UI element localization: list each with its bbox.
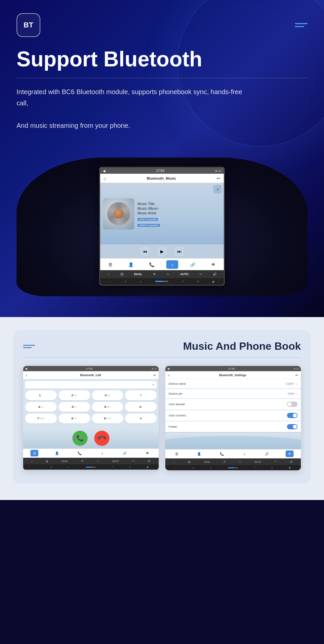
- tab-link[interactable]: 🔗: [187, 260, 199, 269]
- dial-key-9[interactable]: 9WXYZ: [92, 413, 124, 423]
- vol-speaker[interactable]: 🔉: [212, 280, 215, 283]
- settings-home-icon[interactable]: ⌂: [168, 374, 170, 377]
- st-tab-menu[interactable]: ☰: [173, 450, 181, 457]
- st-tab-eye[interactable]: 👁: [286, 450, 294, 457]
- auto-answer-label: Auto answer: [169, 403, 185, 406]
- cv-back[interactable]: ←: [32, 466, 35, 468]
- sc-power[interactable]: ⏻: [188, 461, 190, 463]
- card-menu-icon[interactable]: [23, 345, 35, 348]
- cv-sr[interactable]: ↗: [111, 466, 113, 468]
- sv-spk[interactable]: 🔉: [289, 466, 292, 469]
- next-button[interactable]: ⏭: [175, 247, 184, 256]
- answer-button[interactable]: 📞: [72, 431, 88, 446]
- climate-fan[interactable]: ∿: [167, 272, 169, 276]
- tab-bar: ☰ 👤 📞 ♪ 🔗 👁: [100, 258, 224, 270]
- sc-auto[interactable]: AUTO: [255, 461, 261, 463]
- play-button[interactable]: ▶: [157, 247, 167, 256]
- power-toggle[interactable]: [287, 424, 298, 429]
- auto-connect-toggle[interactable]: [287, 413, 298, 418]
- dial-key-3[interactable]: 3DEF: [92, 390, 124, 400]
- call-tab-eye[interactable]: 👁: [143, 450, 151, 456]
- cc-dual[interactable]: DUAL: [62, 460, 68, 462]
- climate-home[interactable]: ⌂: [107, 272, 109, 276]
- tab-eye[interactable]: 👁: [208, 260, 220, 269]
- dial-clear-icon[interactable]: ✕: [152, 383, 155, 386]
- settings-back[interactable]: ◀: [167, 367, 169, 370]
- prev-button[interactable]: ⏮: [140, 247, 149, 256]
- cc-home[interactable]: ⌂: [31, 460, 32, 462]
- climate-volume[interactable]: 🔊: [213, 272, 217, 276]
- st-tab-phone[interactable]: 📞: [218, 450, 226, 457]
- settings-back-icon[interactable]: ↩: [296, 374, 298, 377]
- dial-key-hash[interactable]: #: [125, 413, 157, 423]
- tab-phone[interactable]: 📞: [146, 260, 158, 269]
- cc-recirc[interactable]: ↪: [132, 460, 134, 462]
- settings-status-bar: ◀ 17:53 ∧ ▭: [165, 366, 301, 371]
- climate-auto[interactable]: AUTO: [180, 272, 188, 276]
- st-tab-link[interactable]: 🔗: [263, 450, 271, 457]
- call-tab-contacts[interactable]: 👤: [53, 450, 61, 456]
- climate-power[interactable]: ⏻: [120, 272, 123, 276]
- st-tab-contacts[interactable]: 👤: [195, 450, 203, 457]
- vol-slider-right[interactable]: ↗: [182, 280, 184, 283]
- vol-slider[interactable]: [155, 281, 168, 282]
- auto-answer-toggle[interactable]: [287, 402, 298, 407]
- music-album: Music Album: [138, 206, 221, 210]
- call-tab-music[interactable]: ♪: [98, 450, 106, 456]
- call-tab-link[interactable]: 🔗: [121, 450, 129, 456]
- back-btn[interactable]: ◀: [103, 169, 105, 173]
- sc-recirc[interactable]: ↪: [274, 460, 276, 463]
- climate-snowflake[interactable]: ❄: [153, 272, 156, 276]
- sv-sl[interactable]: ↙: [210, 466, 212, 469]
- sc-fan[interactable]: ∿: [239, 460, 241, 463]
- dial-key-5[interactable]: 5JKL: [59, 402, 90, 412]
- home-icon[interactable]: ⌂: [103, 176, 106, 181]
- reject-button[interactable]: 📞: [91, 427, 112, 449]
- call-home-icon[interactable]: ⌂: [26, 374, 27, 377]
- setting-device-pin[interactable]: Device pin 0000 ›: [165, 389, 301, 398]
- sc-dual[interactable]: DUAL: [204, 461, 210, 463]
- sc-snow[interactable]: ❄: [223, 460, 225, 463]
- climate-dual[interactable]: DUAL: [134, 272, 142, 276]
- dial-key-6[interactable]: 6MNO: [92, 402, 124, 412]
- dial-key-0[interactable]: 0+: [125, 402, 157, 412]
- cc-fan[interactable]: ∿: [97, 460, 99, 462]
- call-tab-menu[interactable]: ☰: [30, 450, 38, 456]
- device-pin-chevron[interactable]: ›: [296, 392, 298, 396]
- sc-home[interactable]: ⌂: [173, 461, 175, 463]
- call-tab-phone[interactable]: 📞: [76, 450, 84, 456]
- sv-sr[interactable]: ↗: [254, 466, 256, 469]
- tab-menu[interactable]: ☰: [104, 260, 116, 269]
- tab-music[interactable]: ♪: [166, 260, 178, 269]
- back-nav-icon[interactable]: ↩: [217, 176, 221, 181]
- vol-slider-left[interactable]: ↙: [140, 280, 142, 283]
- dial-key-star[interactable]: *: [125, 390, 157, 400]
- dial-key-8[interactable]: 8TUV: [59, 413, 90, 423]
- dial-key-2[interactable]: 2ABC: [59, 390, 90, 400]
- call-back-icon[interactable]: ↩: [153, 374, 156, 377]
- cv-sl[interactable]: ↙: [68, 466, 70, 468]
- dial-key-1[interactable]: 1—: [25, 390, 57, 400]
- cv-spk[interactable]: 🔉: [146, 466, 149, 468]
- sc-vol[interactable]: 🔊: [290, 460, 293, 463]
- cc-auto[interactable]: AUTO: [112, 460, 119, 462]
- setting-device-name[interactable]: Device name CarBT ›: [165, 379, 301, 388]
- call-tab-bar: ☰ 👤 📞 ♪ 🔗 👁: [23, 448, 159, 458]
- dial-input[interactable]: ✕: [25, 381, 157, 388]
- sv-back[interactable]: ←: [175, 467, 177, 469]
- cv-slider[interactable]: [86, 467, 96, 468]
- device-name-chevron[interactable]: ›: [296, 382, 298, 386]
- sv-slider[interactable]: [228, 467, 238, 468]
- dial-key-4[interactable]: 4GHI: [25, 402, 57, 412]
- st-tab-music[interactable]: ♪: [240, 450, 248, 457]
- cc-snow[interactable]: ❄: [81, 460, 83, 462]
- cc-vol[interactable]: 🔊: [148, 460, 151, 462]
- call-back[interactable]: ◀: [25, 367, 27, 370]
- vol-back[interactable]: ←: [109, 280, 111, 283]
- cc-power[interactable]: ⏻: [46, 460, 48, 462]
- climate-recirculate[interactable]: ↪: [199, 272, 202, 276]
- music-note-btn[interactable]: ♪: [213, 185, 222, 194]
- menu-button[interactable]: [295, 23, 307, 27]
- dial-key-7[interactable]: 7PQRS: [25, 413, 57, 423]
- tab-contacts[interactable]: 👤: [125, 260, 137, 269]
